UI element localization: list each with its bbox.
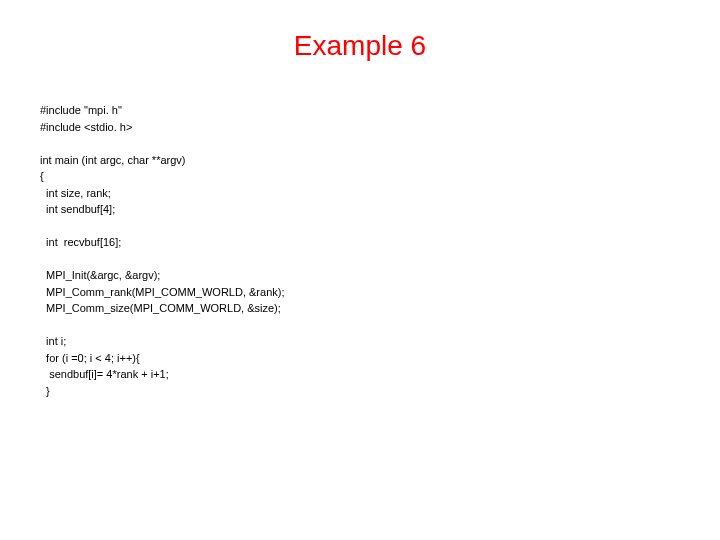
code-line: MPI_Comm_size(MPI_COMM_WORLD, &size); bbox=[40, 302, 281, 314]
code-line: sendbuf[i]= 4*rank + i+1; bbox=[40, 368, 169, 380]
code-line: MPI_Init(&argc, &argv); bbox=[40, 269, 160, 281]
code-line: } bbox=[40, 385, 50, 397]
code-line: { bbox=[40, 170, 44, 182]
code-line: int size, rank; bbox=[40, 187, 111, 199]
code-line: int i; bbox=[40, 335, 66, 347]
code-line: int sendbuf[4]; bbox=[40, 203, 115, 215]
code-line: int recvbuf[16]; bbox=[40, 236, 121, 248]
code-block: #include "mpi. h" #include <stdio. h> in… bbox=[40, 102, 680, 399]
code-line: #include "mpi. h" bbox=[40, 104, 122, 116]
code-line: int main (int argc, char **argv) bbox=[40, 154, 186, 166]
code-line: #include <stdio. h> bbox=[40, 121, 132, 133]
code-line: MPI_Comm_rank(MPI_COMM_WORLD, &rank); bbox=[40, 286, 284, 298]
code-line: for (i =0; i < 4; i++){ bbox=[40, 352, 140, 364]
slide-title: Example 6 bbox=[40, 30, 680, 62]
slide-container: Example 6 #include "mpi. h" #include <st… bbox=[0, 0, 720, 540]
